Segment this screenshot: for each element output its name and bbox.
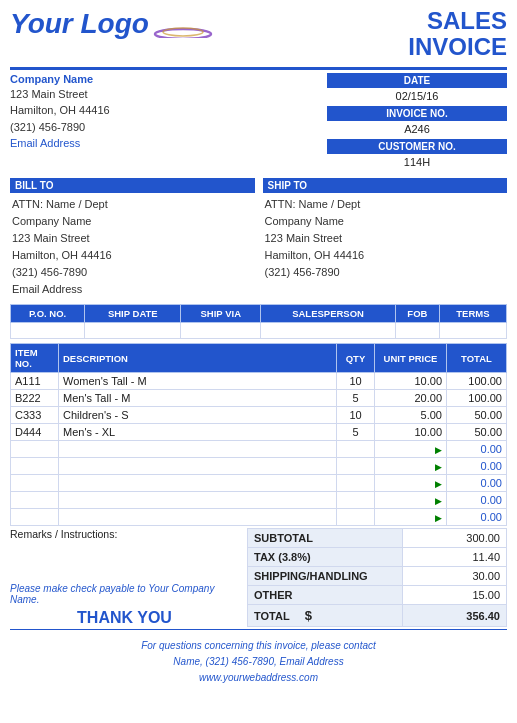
empty-unit-price: ▶ xyxy=(375,509,447,526)
empty-row: ▶ 0.00 xyxy=(11,509,507,526)
total-cell: 100.00 xyxy=(447,373,507,390)
bill-line-3: Hamilton, OH 44416 xyxy=(12,247,253,264)
ship-line-2: 123 Main Street xyxy=(265,230,506,247)
ship-to-header: SHIP TO xyxy=(263,178,508,193)
ship-to-address: ATTN: Name / Dept Company Name 123 Main … xyxy=(263,196,508,281)
empty-row: ▶ 0.00 xyxy=(11,492,507,509)
item-no-cell: D444 xyxy=(11,424,59,441)
description-cell: Children's - S xyxy=(59,407,337,424)
empty-desc xyxy=(59,441,337,458)
empty-desc xyxy=(59,492,337,509)
empty-item-no xyxy=(11,475,59,492)
remarks-label: Remarks / Instructions: xyxy=(10,528,239,540)
company-email: Email Address xyxy=(10,135,317,152)
company-phone: (321) 456-7890 xyxy=(10,119,317,136)
unit-price-cell: 20.00 xyxy=(375,390,447,407)
ship-to-box: SHIP TO ATTN: Name / Dept Company Name 1… xyxy=(263,178,508,298)
items-header-row: ITEM NO. DESCRIPTION QTY UNIT PRICE TOTA… xyxy=(11,344,507,373)
empty-item-no xyxy=(11,441,59,458)
customer-no-label: CUSTOMER NO. xyxy=(327,139,507,154)
date-row: DATE 02/15/16 xyxy=(327,73,507,104)
ship-line-4: (321) 456-7890 xyxy=(265,264,506,281)
empty-unit-price: ▶ xyxy=(375,492,447,509)
header-divider xyxy=(10,67,507,70)
total-label: TOTAL $ xyxy=(248,605,403,627)
totals-col: SUBTOTAL 300.00 TAX (3.8%) 11.40 SHIPPIN… xyxy=(247,528,507,627)
empty-total: 0.00 xyxy=(447,509,507,526)
qty-cell: 5 xyxy=(337,390,375,407)
tax-value: 11.40 xyxy=(403,548,507,567)
invoice-no-row: INVOICE NO. A246 xyxy=(327,106,507,137)
footer-divider xyxy=(10,629,507,630)
ship-date-header: SHIP DATE xyxy=(85,305,181,323)
footer-contact-line1: For questions concerning this invoice, p… xyxy=(10,638,507,654)
shipping-label: SHIPPING/HANDLING xyxy=(248,567,403,586)
subtotal-row: SUBTOTAL 300.00 xyxy=(248,529,507,548)
tax-label: TAX (3.8%) xyxy=(248,548,403,567)
order-table: P.O. NO. SHIP DATE SHIP VIA SALESPERSON … xyxy=(10,304,507,339)
bill-line-4: (321) 456-7890 xyxy=(12,264,253,281)
empty-item-no xyxy=(11,509,59,526)
description-cell: Women's Tall - M xyxy=(59,373,337,390)
terms-header: TERMS xyxy=(439,305,506,323)
items-table: ITEM NO. DESCRIPTION QTY UNIT PRICE TOTA… xyxy=(10,343,507,526)
invoice-title: SALES INVOICE xyxy=(408,8,507,61)
ship-line-1: Company Name xyxy=(265,213,506,230)
total-cell: 50.00 xyxy=(447,407,507,424)
check-payable: Please make check payable to Your Compan… xyxy=(10,575,239,605)
subtotal-value: 300.00 xyxy=(403,529,507,548)
description-cell: Men's - XL xyxy=(59,424,337,441)
qty-cell: 10 xyxy=(337,373,375,390)
empty-total: 0.00 xyxy=(447,492,507,509)
empty-desc xyxy=(59,475,337,492)
empty-qty xyxy=(337,475,375,492)
qty-col-header: QTY xyxy=(337,344,375,373)
unit-price-cell: 5.00 xyxy=(375,407,447,424)
empty-unit-price: ▶ xyxy=(375,441,447,458)
shipping-value: 30.00 xyxy=(403,567,507,586)
total-cell: 50.00 xyxy=(447,424,507,441)
customer-no-value: 114H xyxy=(327,154,507,170)
total-col-header: TOTAL xyxy=(447,344,507,373)
empty-row: ▶ 0.00 xyxy=(11,458,507,475)
item-no-cell: C333 xyxy=(11,407,59,424)
bill-to-header: BILL TO xyxy=(10,178,255,193)
empty-row: ▶ 0.00 xyxy=(11,441,507,458)
qty-cell: 5 xyxy=(337,424,375,441)
header: Your Logo SALES INVOICE xyxy=(10,8,507,61)
item-no-cell: A111 xyxy=(11,373,59,390)
footer: For questions concerning this invoice, p… xyxy=(10,638,507,686)
salesperson-header: SALESPERSON xyxy=(261,305,396,323)
tax-row: TAX (3.8%) 11.40 xyxy=(248,548,507,567)
empty-row: ▶ 0.00 xyxy=(11,475,507,492)
fob-header: FOB xyxy=(395,305,439,323)
invoice-page: Your Logo SALES INVOICE Company Name 123… xyxy=(0,0,517,696)
po-no-header: P.O. NO. xyxy=(11,305,85,323)
date-label: DATE xyxy=(327,73,507,88)
empty-desc xyxy=(59,458,337,475)
order-header-row: P.O. NO. SHIP DATE SHIP VIA SALESPERSON … xyxy=(11,305,507,323)
empty-total: 0.00 xyxy=(447,458,507,475)
other-row: OTHER 15.00 xyxy=(248,586,507,605)
subtotal-label: SUBTOTAL xyxy=(248,529,403,548)
empty-unit-price: ▶ xyxy=(375,475,447,492)
total-row: TOTAL $ 356.40 xyxy=(248,605,507,627)
company-info: Company Name 123 Main Street Hamilton, O… xyxy=(10,73,317,172)
total-cell: 100.00 xyxy=(447,390,507,407)
company-address1: 123 Main Street xyxy=(10,86,317,103)
bill-line-5: Email Address xyxy=(12,281,253,298)
company-address2: Hamilton, OH 44416 xyxy=(10,102,317,119)
bill-to-box: BILL TO ATTN: Name / Dept Company Name 1… xyxy=(10,178,255,298)
ship-via-header: SHIP VIA xyxy=(181,305,261,323)
bill-line-1: Company Name xyxy=(12,213,253,230)
table-row: A111 Women's Tall - M 10 10.00 100.00 xyxy=(11,373,507,390)
table-row: D444 Men's - XL 5 10.00 50.00 xyxy=(11,424,507,441)
order-data-row xyxy=(11,323,507,339)
total-value: 356.40 xyxy=(403,605,507,627)
unit-price-cell: 10.00 xyxy=(375,424,447,441)
other-label: OTHER xyxy=(248,586,403,605)
empty-item-no xyxy=(11,458,59,475)
empty-item-no xyxy=(11,492,59,509)
invoice-meta: DATE 02/15/16 INVOICE NO. A246 CUSTOMER … xyxy=(327,73,507,172)
footer-contact-line2: Name, (321) 456-7890, Email Address xyxy=(10,654,507,670)
